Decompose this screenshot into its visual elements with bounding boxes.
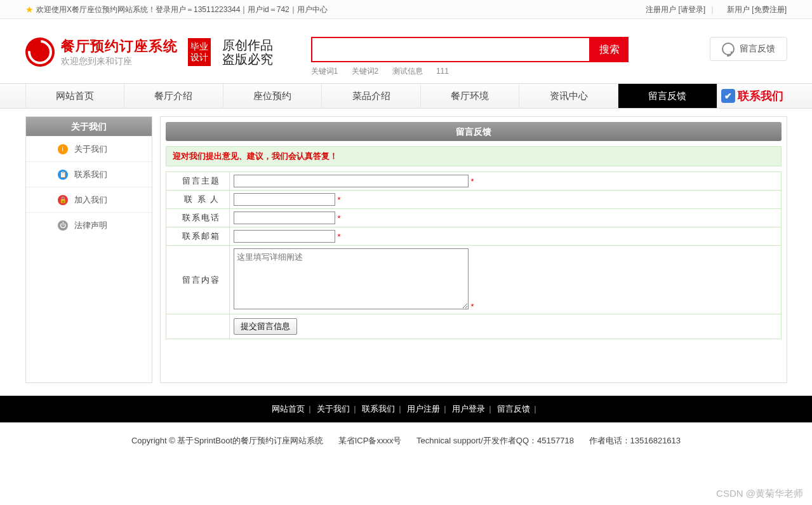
- nav-reserve[interactable]: 座位预约: [223, 84, 323, 108]
- tech-support-text: Technical support/开发作者QQ：45157718: [416, 436, 574, 445]
- checkmark-icon: ✔: [721, 89, 735, 103]
- icp-text: 某省ICP备xxxx号: [338, 436, 402, 445]
- nav-news[interactable]: 资讯中心: [519, 84, 618, 108]
- headset-icon: [722, 43, 735, 55]
- search-button[interactable]: 搜索: [590, 37, 629, 62]
- keyword-row: 关键词1 关键词2 测试信息 111: [311, 66, 629, 77]
- logo[interactable]: 餐厅预约订座系统 欢迎您到来和订座 毕业设计 原创作品 盗版必究: [25, 37, 273, 67]
- submit-button[interactable]: 提交留言信息: [234, 318, 297, 335]
- footer-link[interactable]: 留言反馈: [497, 404, 530, 414]
- main-panel: 留言反馈 迎对我们提出意见、建议，我们会认真答复！ 留言主题 * 联 系 人 *…: [160, 116, 787, 383]
- sidebar-heading: 关于我们: [26, 117, 152, 136]
- sidebar-item-label: 加入我们: [74, 194, 107, 206]
- input-contact[interactable]: [234, 193, 335, 206]
- label-subject: 留言主题: [166, 172, 229, 191]
- required-mark: *: [338, 195, 341, 205]
- copyright-text: Copyright © 基于SprintBoot的餐厅预约订座网站系统: [131, 436, 323, 445]
- info-icon: i: [58, 144, 68, 154]
- sidebar-item-label: 关于我们: [74, 144, 107, 155]
- top-bar: ★ 欢迎使用X餐厅座位预约网站系统！登录用户＝13511223344｜用户id＝…: [0, 0, 812, 19]
- label-phone: 联系电话: [166, 209, 229, 227]
- header: 餐厅预约订座系统 欢迎您到来和订座 毕业设计 原创作品 盗版必究 搜索 关键词1…: [25, 19, 787, 83]
- keyword-link[interactable]: 111: [436, 67, 449, 76]
- feedback-button[interactable]: 留言反馈: [710, 37, 787, 61]
- input-phone[interactable]: [234, 212, 335, 224]
- nav-feedback[interactable]: 留言反馈: [618, 84, 717, 108]
- footer-nav: 网站首页| 关于我们| 联系我们| 用户注册| 用户登录| 留言反馈|: [0, 396, 812, 422]
- footer-link[interactable]: 网站首页: [272, 404, 305, 414]
- nav-menu[interactable]: 菜品介绍: [322, 84, 421, 108]
- footer-info: Copyright © 基于SprintBoot的餐厅预约订座网站系统 某省IC…: [0, 422, 812, 472]
- main-nav: 网站首页 餐厅介绍 座位预约 菜品介绍 餐厅环境 资讯中心 留言反馈 ✔ 联系我…: [0, 83, 812, 109]
- feedback-button-label: 留言反馈: [740, 43, 775, 55]
- keyword-link[interactable]: 关键词2: [352, 67, 379, 76]
- sidebar-item-label: 联系我们: [74, 169, 107, 180]
- nav-contact-label: 联系我们: [738, 88, 783, 104]
- search-input[interactable]: [311, 37, 590, 62]
- nav-home[interactable]: 网站首页: [25, 84, 125, 108]
- footer-link[interactable]: 用户登录: [452, 404, 485, 414]
- sidebar-item-about[interactable]: i 关于我们: [26, 136, 152, 161]
- new-user-label: 新用户: [727, 5, 750, 14]
- calligraphy-stamp: 原创作品 盗版必究: [222, 38, 273, 66]
- sidebar-item-label: 法律声明: [74, 220, 107, 231]
- star-icon: ★: [25, 0, 34, 19]
- login-link[interactable]: [请登录]: [679, 5, 706, 14]
- notice-bar: 迎对我们提出意见、建议，我们会认真答复！: [166, 146, 782, 166]
- site-subtitle: 欢迎您到来和订座: [61, 56, 178, 67]
- graduation-badge: 毕业设计: [188, 38, 211, 66]
- required-mark: *: [471, 302, 474, 311]
- nav-environment[interactable]: 餐厅环境: [421, 84, 520, 108]
- input-email[interactable]: [234, 230, 335, 243]
- nav-contact-us[interactable]: ✔ 联系我们: [717, 84, 787, 108]
- input-subject[interactable]: [234, 175, 469, 187]
- label-content: 留言内容: [166, 246, 229, 314]
- sidebar-item-legal[interactable]: ⏻ 法律声明: [26, 212, 152, 238]
- sidebar-item-join[interactable]: 🔒 加入我们: [26, 187, 152, 212]
- keyword-link[interactable]: 测试信息: [392, 67, 423, 76]
- footer-link[interactable]: 用户注册: [407, 404, 440, 414]
- registered-user-label: 注册用户: [646, 5, 676, 14]
- welcome-text: 欢迎使用X餐厅座位预约网站系统！登录用户＝13511223344｜用户id＝74…: [36, 0, 328, 19]
- power-icon: ⏻: [58, 220, 68, 231]
- keyword-link[interactable]: 关键词1: [311, 67, 338, 76]
- site-title: 餐厅预约订座系统: [61, 37, 178, 56]
- sidebar: 关于我们 i 关于我们 📋 联系我们 🔒 加入我们 ⏻ 法律声明: [25, 116, 152, 383]
- logo-icon: [25, 37, 55, 67]
- required-mark: *: [338, 213, 341, 223]
- footer-link[interactable]: 关于我们: [317, 404, 350, 414]
- register-link[interactable]: [免费注册]: [752, 5, 787, 14]
- panel-heading: 留言反馈: [166, 122, 782, 141]
- author-phone-text: 作者电话：13516821613: [589, 436, 681, 445]
- label-contact: 联 系 人: [166, 191, 229, 209]
- sidebar-item-contact[interactable]: 📋 联系我们: [26, 161, 152, 187]
- footer-link[interactable]: 联系我们: [362, 404, 395, 414]
- search-area: 搜索 关键词1 关键词2 测试信息 111: [311, 37, 629, 77]
- feedback-form: 留言主题 * 联 系 人 * 联系电话 * 联系邮箱 * 留言内容 *: [166, 172, 782, 339]
- nav-intro[interactable]: 餐厅介绍: [124, 84, 223, 108]
- label-email: 联系邮箱: [166, 227, 229, 246]
- input-content[interactable]: [234, 248, 469, 309]
- clipboard-icon: 📋: [58, 170, 68, 180]
- required-mark: *: [338, 232, 341, 241]
- lock-icon: 🔒: [58, 195, 68, 205]
- required-mark: *: [471, 177, 474, 186]
